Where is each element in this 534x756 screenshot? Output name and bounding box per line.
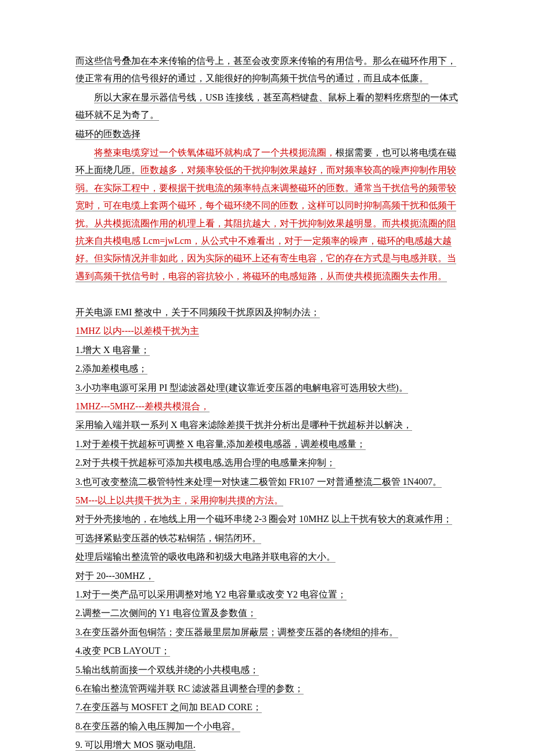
item-3-2: 可选择紧贴变压器的铁芯粘铜箔，铜箔闭环。	[75, 530, 459, 547]
text-segment: 6.在输出整流管两端并联 RC 滤波器且调整合理的参数；	[75, 683, 304, 694]
text-segment: 2.调整一二次侧间的 Y1 电容位置及参数值；	[75, 608, 257, 619]
heading-ring-turns: 磁环的匝数选择	[75, 125, 459, 143]
text-red: 匝数越多，对频率较低的干扰抑制效果越好，而对频率较高的噪声抑制作用较弱。在实际工…	[75, 165, 456, 280]
text-segment: 2.添加差模电感；	[75, 363, 147, 375]
item-4-6: 6.在输出整流管两端并联 RC 滤波器且调整合理的参数；	[75, 680, 459, 697]
text-segment: 对于 20---30MHZ，	[75, 571, 154, 582]
item-4-5: 5.输出线前面接一个双线并绕的小共模电感；	[75, 661, 459, 679]
intro-paragraph-1: 而这些信号叠加在本来传输的信号上，甚至会改变原来传输的有用信号。那么在磁环作用下…	[75, 52, 459, 88]
item-3-1: 对于外壳接地的，在地线上用一个磁环串绕 2-3 圈会对 10MHZ 以上干扰有较…	[75, 510, 459, 528]
text-segment: 可选择紧贴变压器的铁芯粘铜箔，铜箔闭环。	[75, 533, 261, 544]
text-red: 5M---以上以共摸干扰为主，采用抑制共摸的方法。	[75, 495, 283, 506]
text-segment: 对于外壳接地的，在地线上用一个磁环串绕 2-3 圈会对 10MHZ 以上干扰有较…	[75, 514, 452, 525]
text-segment: 9. 可以用增大 MOS 驱动电阻.	[75, 740, 196, 751]
item-1-1: 1.增大 X 电容量；	[75, 341, 459, 359]
heading-1-5mhz: 1MHZ---5MHZ---差模共模混合，	[75, 398, 459, 415]
text-segment: 开关电源 EMI 整改中，关于不同频段干扰原因及抑制办法；	[75, 307, 320, 318]
item-2-1: 1.对于差模干扰超标可调整 X 电容量,添加差模电感器，调差模电感量；	[75, 435, 459, 453]
text-segment: 采用输入端并联一系列 X 电容来滤除差摸干扰并分析出是哪种干扰超标并以解决，	[75, 420, 412, 431]
text-segment: 2.对于共模干扰超标可添加共模电感,选用合理的电感量来抑制；	[75, 458, 335, 469]
item-4-3: 3.在变压器外面包铜箔；变压器最里层加屏蔽层；调整变压器的各绕组的排布。	[75, 624, 459, 641]
item-4-4: 4.改变 PCB LAYOUT；	[75, 642, 459, 660]
text-segment: 所以大家在显示器信号线，USB 连接线，甚至高档键盘、鼠标上看的塑料疙瘩型的一体…	[75, 92, 458, 121]
item-1-2: 2.添加差模电感；	[75, 360, 459, 377]
item-3-3: 处理后端输出整流管的吸收电路和初级大电路并联电容的大小。	[75, 548, 459, 566]
item-4-1: 1.对于一类产品可以采用调整对地 Y2 电容量或改变 Y2 电容位置；	[75, 586, 459, 603]
text-red: 1MHZ---5MHZ---差模共模混合，	[75, 401, 210, 412]
item-2-0: 采用输入端并联一系列 X 电容来滤除差摸干扰并分析出是哪种干扰超标并以解决，	[75, 416, 459, 434]
text-segment: 3.小功率电源可采用 PI 型滤波器处理(建议靠近变压器的电解电容可选用较大些)…	[75, 383, 408, 394]
text-red: 将整束电缆穿过一个铁氧体磁环就构成了一个共模扼流圈，	[94, 147, 335, 157]
text-segment: 1.对于差模干扰超标可调整 X 电容量,添加差模电感器，调差模电感量；	[75, 439, 366, 450]
heading-20-30mhz: 对于 20---30MHZ，	[75, 567, 459, 585]
item-4-9: 9. 可以用增大 MOS 驱动电阻.	[75, 736, 459, 754]
item-4-8: 8.在变压器的输入电压脚加一个小电容。	[75, 718, 459, 735]
text-segment: 7.在变压器与 MOSFET 之间加 BEAD CORE；	[75, 702, 262, 713]
item-2-3: 3.也可改变整流二极管特性来处理一对快速二极管如 FR107 一对普通整流二极管…	[75, 473, 459, 491]
intro-paragraph-2: 所以大家在显示器信号线，USB 连接线，甚至高档键盘、鼠标上看的塑料疙瘩型的一体…	[75, 89, 459, 124]
text-segment: 4.改变 PCB LAYOUT；	[75, 646, 170, 657]
text-segment: 5.输出线前面接一个双线并绕的小共模电感；	[75, 665, 259, 676]
heading-1mhz: 1MHZ 以内----以差模干扰为主	[75, 322, 459, 340]
section-title: 开关电源 EMI 整改中，关于不同频段干扰原因及抑制办法；	[75, 304, 459, 321]
item-4-2: 2.调整一二次侧间的 Y1 电容位置及参数值；	[75, 604, 459, 622]
item-4-7: 7.在变压器与 MOSFET 之间加 BEAD CORE；	[75, 699, 459, 716]
item-1-3: 3.小功率电源可采用 PI 型滤波器处理(建议靠近变压器的电解电容可选用较大些)…	[75, 379, 459, 397]
heading-5m-up: 5M---以上以共摸干扰为主，采用抑制共摸的方法。	[75, 492, 459, 509]
text-segment: 处理后端输出整流管的吸收电路和初级大电路并联电容的大小。	[75, 552, 335, 563]
text-red: 1MHZ 以内----以差模干扰为主	[75, 326, 199, 337]
item-2-2: 2.对于共模干扰超标可添加共模电感,选用合理的电感量来抑制；	[75, 454, 459, 471]
text-segment: 1.对于一类产品可以采用调整对地 Y2 电容量或改变 Y2 电容位置；	[75, 589, 347, 600]
text-segment: 3.也可改变整流二极管特性来处理一对快速二极管如 FR107 一对普通整流二极管…	[75, 477, 442, 488]
spacer	[75, 286, 459, 304]
text-segment: 3.在变压器外面包铜箔；变压器最里层加屏蔽层；调整变压器的各绕组的排布。	[75, 627, 398, 638]
text-segment: 8.在变压器的输入电压脚加一个小电容。	[75, 721, 240, 732]
intro-paragraph-4: 将整束电缆穿过一个铁氧体磁环就构成了一个共模扼流圈，根据需要，也可以将电缆在磁环…	[75, 144, 459, 285]
text-segment: 而这些信号叠加在本来传输的信号上，甚至会改变原来传输的有用信号。那么在磁环作用下…	[75, 56, 456, 84]
text-segment: 磁环的匝数选择	[75, 129, 140, 140]
text-segment: 1.增大 X 电容量；	[75, 345, 150, 356]
